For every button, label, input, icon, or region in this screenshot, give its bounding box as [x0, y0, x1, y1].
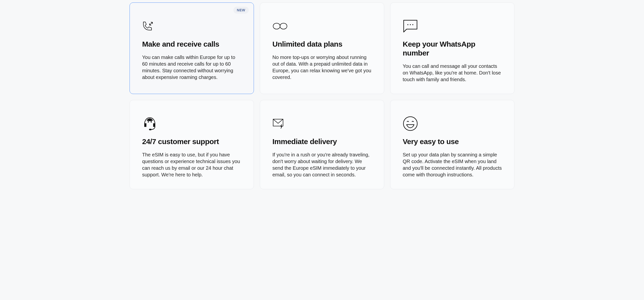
svg-point-0: [407, 24, 408, 25]
feature-desc: You can call and message all your contac…: [403, 63, 502, 83]
svg-rect-3: [149, 129, 152, 130]
feature-card-support: 24/7 customer support The eSIM is easy t…: [130, 100, 254, 189]
feature-desc: You can make calls within Europe for up …: [142, 54, 241, 81]
svg-point-5: [151, 122, 152, 122]
email-lightning-icon: [272, 116, 372, 131]
smiley-face-icon: [403, 116, 502, 131]
headset-support-icon: [142, 116, 241, 131]
feature-desc: Set up your data plan by scanning a simp…: [403, 152, 502, 178]
feature-card-easy: Very easy to use Set up your data plan b…: [390, 100, 514, 189]
feature-card-calls: NEW Make and receive calls You can make …: [130, 2, 254, 94]
svg-point-1: [410, 24, 411, 25]
feature-title: Keep your WhatsApp number: [403, 40, 502, 58]
phone-arrows-icon: [142, 19, 241, 33]
infinity-icon: [272, 19, 372, 33]
feature-desc: No more top-ups or worrying about runnin…: [272, 54, 372, 81]
feature-card-whatsapp: Keep your WhatsApp number You can call a…: [390, 2, 514, 94]
svg-point-7: [404, 117, 417, 130]
feature-title: Very easy to use: [403, 137, 502, 146]
new-badge: NEW: [234, 7, 249, 14]
feature-desc: If you're in a rush or you're already tr…: [272, 152, 372, 178]
feature-title: 24/7 customer support: [142, 137, 241, 146]
features-grid: NEW Make and receive calls You can make …: [130, 2, 514, 189]
feature-title: Make and receive calls: [142, 40, 241, 48]
chat-bubble-icon: [403, 19, 502, 33]
feature-title: Immediate delivery: [272, 137, 372, 146]
feature-desc: The eSIM is easy to use, but if you have…: [142, 152, 241, 178]
svg-point-4: [148, 122, 149, 122]
feature-card-delivery: Immediate delivery If you're in a rush o…: [260, 100, 384, 189]
svg-point-2: [412, 24, 413, 25]
feature-card-unlimited: Unlimited data plans No more top-ups or …: [260, 2, 384, 94]
feature-title: Unlimited data plans: [272, 40, 372, 48]
